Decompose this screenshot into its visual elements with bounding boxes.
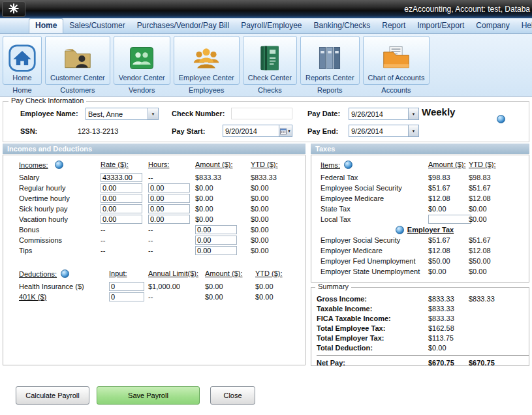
summary-group-title: Summary <box>315 283 351 290</box>
toolbar-button-label: Chart of Accounts <box>368 74 425 82</box>
chevron-down-icon[interactable]: ▼ <box>148 108 158 119</box>
menu-banking-checks[interactable]: Banking/Checks <box>308 18 377 33</box>
calendar-icon[interactable]: ▼ <box>279 125 292 136</box>
income-ytd: $0.00 <box>251 205 291 213</box>
employer-tax-help-icon[interactable] <box>396 226 404 234</box>
toolbar-employee-center-button[interactable]: Employee Center Employees <box>174 36 240 94</box>
save-payroll-button[interactable]: Save Payroll <box>97 386 200 405</box>
401k-input[interactable] <box>109 292 144 301</box>
menu-payroll-employee[interactable]: Payroll/Employee <box>235 18 307 33</box>
toolbar-button-sublabel: Reports <box>317 86 343 94</box>
annual-limit-column-header: Annual Limit($): <box>148 269 198 277</box>
toolbar: Home Home Customer Center Customers Vend… <box>0 34 532 97</box>
tax-ytd: $50.00 <box>469 257 514 265</box>
toolbar-button-label: Customer Center <box>50 74 105 82</box>
employee-name-value: Best, Anne <box>86 108 148 119</box>
local-tax-input[interactable] <box>428 215 471 224</box>
tax-amount: $12.08 <box>428 247 469 254</box>
vacation-hourly-hours-input[interactable] <box>148 215 190 224</box>
income-row-regular-hourly: Regular hourly $0.00 $0.00 <box>19 183 305 193</box>
menu-home[interactable]: Home <box>29 18 63 33</box>
toolbar-button-sublabel: Accounts <box>381 86 411 94</box>
pay-start-label: Pay Start: <box>172 127 205 135</box>
summary-value: $162.58 <box>428 324 469 332</box>
income-ytd: $0.00 <box>251 184 291 192</box>
pay-date-value: 9/26/2014 <box>349 108 408 119</box>
income-ytd: $0.00 <box>251 226 291 234</box>
income-hours: -- <box>148 236 195 244</box>
pay-end-select[interactable]: 9/26/2014 ▼ <box>349 125 419 137</box>
overtime-hourly-rate-input[interactable] <box>101 194 142 203</box>
regular-hourly-hours-input[interactable] <box>148 183 190 192</box>
app-window: ezAccounting, Account: test, Databa Home… <box>0 0 532 415</box>
income-row-commissions: Commissions -- -- $0.00 <box>19 235 305 245</box>
menu-report[interactable]: Report <box>376 18 411 33</box>
toolbar-customer-center-button[interactable]: Customer Center Customers <box>45 36 110 94</box>
income-ytd: $0.00 <box>251 236 291 244</box>
menubar: Home Sales/Customer Purchases/Vendor/Pay… <box>0 18 532 34</box>
incomes-section-header: Incomes and Deductions <box>3 144 305 154</box>
employer-tax-header-row: Employer Tax <box>321 224 529 235</box>
regular-hourly-rate-input[interactable] <box>101 183 142 192</box>
pay-start-datepicker[interactable]: 9/20/2014 ▼ <box>223 125 292 137</box>
incomes-help-icon[interactable] <box>55 161 63 169</box>
deduction-401k-link[interactable]: 401K ($) <box>19 293 46 301</box>
tips-amount-input[interactable] <box>195 246 237 255</box>
income-ytd: $833.33 <box>251 174 291 181</box>
ytd-column-header: YTD ($): <box>255 269 283 277</box>
toolbar-chart-of-accounts-button[interactable]: Chart of Accounts Accounts <box>363 36 430 94</box>
pay-date-select[interactable]: 9/26/2014 ▼ <box>349 108 419 120</box>
sick-hourly-rate-input[interactable] <box>101 204 142 213</box>
close-button[interactable]: Close <box>210 386 255 405</box>
toolbar-button-sublabel: Employees <box>189 86 224 94</box>
health-insurance-input[interactable] <box>109 282 144 291</box>
home-icon <box>8 44 37 72</box>
paycheck-help-icon[interactable] <box>497 115 505 123</box>
sick-hourly-hours-input[interactable] <box>148 204 190 213</box>
items-column-header: Items: <box>321 161 340 169</box>
tax-amount: $51.67 <box>428 236 469 244</box>
overtime-hourly-hours-input[interactable] <box>148 194 190 203</box>
menu-purchases-vendor-pay-bill[interactable]: Purchases/Vendor/Pay Bill <box>131 18 235 33</box>
income-label: Tips <box>19 247 101 254</box>
toolbar-home-button[interactable]: Home Home <box>3 36 42 94</box>
tax-label: Employer State Unemployment <box>321 268 428 275</box>
deduction-row-401k: 401K ($) -- $0.00 $0.00 <box>19 292 305 302</box>
reports-center-icon <box>315 44 344 72</box>
tax-ytd: $51.67 <box>469 236 514 244</box>
amount-column-header: Amount ($): <box>205 269 242 277</box>
summary-row-total-employee-tax: Total Employee Tax: $162.58 <box>317 323 529 333</box>
menu-company[interactable]: Company <box>470 18 515 33</box>
taxes-header-row: Items: Amount ($): YTD ($): <box>321 161 529 172</box>
tax-amount: $0.00 <box>428 205 469 213</box>
amount-column-header: Amount ($): <box>428 161 465 168</box>
toolbar-vendor-center-button[interactable]: Vendor Center Vendors <box>114 36 170 94</box>
deductions-help-icon[interactable] <box>61 269 69 278</box>
summary-label: Total Deduction: <box>317 344 428 352</box>
toolbar-check-center-button[interactable]: Check Center Checks <box>243 36 297 94</box>
taxes-panel: Items: Amount ($): YTD ($): Federal Tax … <box>311 155 529 283</box>
tax-amount: $0.00 <box>428 268 469 275</box>
employee-name-select[interactable]: Best, Anne ▼ <box>86 108 159 120</box>
bonus-amount-input[interactable] <box>195 225 237 234</box>
tax-row-employer-medicare: Employer Medicare $12.08 $12.08 <box>321 245 529 256</box>
summary-row-gross-income: Gross Income: $833.33 $833.33 <box>317 294 529 303</box>
calculate-payroll-button[interactable]: Calculate Payroll <box>16 386 89 405</box>
menu-sales-customer[interactable]: Sales/Customer <box>63 18 131 33</box>
commissions-amount-input[interactable] <box>195 236 237 245</box>
app-menu-button[interactable] <box>2 1 25 17</box>
summary-label: Taxable Income: <box>317 305 428 313</box>
incomes-column-header: Incomes: <box>19 161 48 169</box>
chevron-down-icon[interactable]: ▼ <box>408 108 418 119</box>
chevron-down-icon[interactable]: ▼ <box>408 125 418 136</box>
tax-row-employer-state-unemployment: Employer State Unemployment $0.00 $0.00 <box>321 266 529 277</box>
menu-import-export[interactable]: Import/Export <box>411 18 470 33</box>
tax-amount: $51.67 <box>428 184 469 192</box>
taxes-help-icon[interactable] <box>344 161 352 169</box>
menu-help[interactable]: Help <box>516 18 532 33</box>
salary-rate-input[interactable] <box>101 173 142 182</box>
toolbar-reports-center-button[interactable]: Reports Center Reports <box>300 36 360 94</box>
check-number-input[interactable] <box>231 108 292 119</box>
vacation-hourly-rate-input[interactable] <box>101 215 142 224</box>
income-rate: -- <box>101 226 148 234</box>
